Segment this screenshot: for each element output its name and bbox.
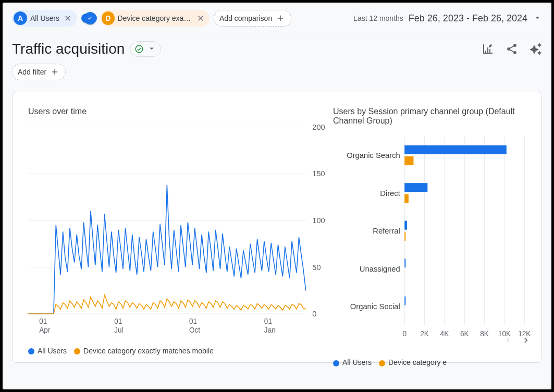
panel-users-over-time: Users over time 05010015020001Apr01Jul01…: [28, 107, 333, 352]
badge-d-icon: D: [102, 11, 114, 25]
close-icon[interactable]: [195, 13, 205, 23]
add-comparison-label: Add comparison: [219, 14, 272, 22]
chevron-left-icon[interactable]: [503, 335, 513, 348]
legend-label: Device category exactly matches mobile: [83, 347, 214, 355]
report-card: Users over time 05010015020001Apr01Jul01…: [12, 92, 542, 363]
svg-text:0: 0: [402, 330, 407, 338]
svg-text:Apr: Apr: [39, 326, 51, 334]
dot-icon: [333, 360, 339, 366]
svg-text:Oct: Oct: [189, 326, 200, 334]
svg-text:01: 01: [114, 317, 122, 325]
svg-point-0: [136, 45, 143, 53]
dot-icon: [28, 348, 34, 354]
comparison-toggle-wrap: D Device category exactl...: [81, 10, 210, 27]
svg-rect-43: [404, 259, 405, 267]
svg-text:0: 0: [312, 310, 316, 318]
svg-text:Direct: Direct: [380, 189, 400, 198]
line-chart: 05010015020001Apr01Jul01Oct01Jan: [28, 121, 333, 341]
svg-text:2K: 2K: [420, 330, 429, 338]
page-title: Traffic acquisition: [12, 41, 125, 57]
audience-chip-all-users[interactable]: A All Users: [12, 10, 77, 27]
check-circle-icon: [134, 44, 144, 54]
date-range-label: Last 12 months: [353, 14, 403, 22]
audience-chip-label: Device category exactl...: [118, 14, 193, 22]
legend-item: All Users: [333, 358, 372, 366]
pagination-arrows: [503, 335, 531, 348]
svg-rect-35: [404, 156, 413, 165]
badge-a-icon: A: [14, 11, 27, 25]
comparison-toggle[interactable]: [81, 14, 97, 23]
svg-rect-37: [404, 183, 427, 192]
audience-chip-label: All Users: [30, 14, 59, 22]
svg-rect-38: [404, 194, 409, 203]
legend-label: All Users: [38, 347, 67, 355]
svg-text:Organic Search: Organic Search: [347, 151, 400, 160]
plus-icon: [275, 13, 286, 23]
svg-text:50: 50: [312, 263, 321, 272]
bar-chart: 02K4K6K8K10K12KOrganic SearchDirectRefer…: [333, 131, 531, 353]
svg-rect-41: [404, 232, 405, 241]
title-actions: [482, 43, 542, 55]
svg-text:01: 01: [39, 317, 47, 325]
svg-text:200: 200: [312, 123, 325, 131]
add-filter-button[interactable]: Add filter: [12, 64, 66, 80]
customize-report-icon[interactable]: [482, 43, 494, 55]
svg-rect-34: [404, 145, 507, 154]
panel-title: Users by Session primary channel group (…: [333, 107, 531, 126]
close-icon[interactable]: [63, 13, 73, 23]
insights-icon[interactable]: [530, 43, 542, 55]
date-range-picker[interactable]: Last 12 months Feb 26, 2023 - Feb 26, 20…: [353, 13, 542, 24]
share-icon[interactable]: [506, 43, 518, 55]
status-dropdown[interactable]: [130, 41, 161, 57]
legend-label: All Users: [342, 358, 372, 366]
filter-row: Add filter: [3, 60, 551, 88]
audience-chip-device[interactable]: D Device category exactl...: [100, 10, 210, 27]
svg-text:01: 01: [264, 317, 272, 325]
panel-title: Users over time: [28, 107, 333, 116]
panel-users-by-channel: Users by Session primary channel group (…: [333, 107, 531, 352]
add-filter-label: Add filter: [18, 68, 46, 76]
svg-text:Jul: Jul: [114, 326, 123, 334]
svg-text:Unassigned: Unassigned: [360, 265, 400, 273]
plus-icon: [50, 67, 60, 77]
svg-text:150: 150: [312, 169, 325, 178]
svg-rect-45: [404, 297, 405, 305]
chevron-down-icon: [147, 44, 156, 55]
date-range-value: Feb 26, 2023 - Feb 26, 2024: [409, 13, 527, 24]
svg-text:8K: 8K: [480, 330, 489, 338]
title-row: Traffic acquisition: [3, 33, 551, 60]
svg-rect-40: [404, 221, 407, 230]
svg-text:01: 01: [189, 317, 197, 325]
svg-text:Organic Social: Organic Social: [350, 302, 400, 311]
legend: All Users Device category exactly matche…: [28, 347, 333, 355]
dot-icon: [74, 348, 80, 354]
legend: All Users Device category exac: [333, 358, 531, 366]
legend-item: All Users: [28, 347, 67, 355]
dot-icon: [379, 360, 385, 366]
svg-text:4K: 4K: [440, 330, 450, 338]
legend-item: Device category exactly matches mobile: [74, 347, 214, 355]
legend-label: Device category exac: [388, 358, 447, 366]
chevron-right-icon[interactable]: [521, 335, 531, 348]
svg-text:100: 100: [312, 216, 325, 225]
top-bar: A All Users D Device category exactl... …: [3, 3, 551, 33]
svg-text:6K: 6K: [460, 330, 470, 338]
chevron-down-icon: [533, 13, 542, 24]
svg-text:Jan: Jan: [264, 326, 276, 334]
legend-item: Device category exac: [379, 358, 447, 366]
svg-text:Referral: Referral: [373, 227, 400, 235]
add-comparison-button[interactable]: Add comparison: [214, 10, 291, 27]
